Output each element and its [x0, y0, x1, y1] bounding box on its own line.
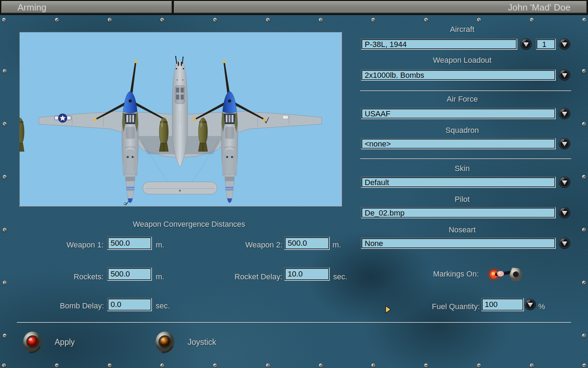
skin-label: Skin — [361, 164, 564, 173]
squadron-dropdown[interactable]: <none> — [361, 138, 556, 149]
weapon1-convergence-input[interactable] — [107, 237, 152, 250]
screw-icon — [319, 363, 323, 367]
weapon-loadout-dropdown[interactable]: 2x1000lb. Bombs — [361, 69, 556, 81]
screw-icon — [582, 175, 586, 179]
weapon2-unit: m. — [332, 240, 341, 250]
convergence-title: Weapon Convergence Distances — [84, 220, 294, 229]
apply-button[interactable]: Apply — [21, 330, 112, 353]
screw-icon — [266, 363, 270, 367]
markings-toggle-switch[interactable] — [485, 264, 524, 284]
squadron-label: Squadron — [361, 126, 564, 135]
screw-icon — [160, 363, 164, 367]
dropdown-arrow-icon — [524, 299, 536, 311]
pilot-label: Pilot — [361, 195, 564, 204]
screw-icon — [2, 18, 6, 22]
p38-aircraft-image — [20, 32, 341, 206]
rocket-delay-unit: sec. — [333, 272, 347, 281]
rocket-delay-input[interactable] — [284, 267, 330, 281]
aircraft-dropdown[interactable]: P-38L, 1944 — [361, 39, 517, 50]
air-force-arrow-button[interactable] — [559, 108, 570, 120]
skin-arrow-button[interactable] — [559, 176, 570, 188]
screw-icon — [477, 363, 481, 367]
weapon1-label: Weapon 1: — [34, 240, 104, 250]
screw-icon — [582, 18, 586, 22]
air-force-label: Air Force — [361, 95, 564, 104]
joystick-button-label: Joystick — [188, 338, 216, 347]
section-divider — [360, 90, 571, 91]
screw-icon — [424, 363, 428, 367]
fuel-quantity-label: Fuel Quantity: — [361, 302, 480, 311]
screw-icon — [55, 363, 59, 367]
screw-icon — [3, 122, 7, 126]
aircraft-label: Aircraft — [361, 25, 564, 34]
apply-button-icon — [21, 330, 44, 353]
screw-icon — [530, 363, 534, 367]
fuel-quantity-unit: % — [538, 302, 545, 311]
screw-icon — [213, 363, 217, 367]
screw-icon — [371, 18, 375, 22]
noseart-label: Noseart — [361, 225, 564, 234]
fuel-quantity-input[interactable] — [481, 298, 524, 311]
rockets-unit: m. — [156, 272, 164, 281]
noseart-arrow-button[interactable] — [559, 237, 570, 249]
screw-icon — [319, 18, 323, 22]
screw-icon — [160, 18, 164, 22]
weapon1-unit: m. — [156, 240, 164, 250]
weapon2-convergence-input[interactable] — [284, 237, 330, 250]
screw-icon — [3, 228, 7, 232]
rockets-convergence-input[interactable] — [107, 267, 152, 281]
dropdown-arrow-icon — [559, 38, 570, 50]
air-force-dropdown[interactable]: USAAF — [361, 108, 556, 119]
bomb-delay-label: Bomb Delay: — [34, 301, 104, 311]
section-divider — [360, 158, 571, 159]
markings-on-label: Markings On: — [361, 270, 479, 279]
screw-icon — [582, 363, 586, 367]
dropdown-arrow-icon — [559, 207, 570, 219]
screw-icon — [371, 363, 375, 367]
dropdown-arrow-icon — [559, 237, 570, 249]
rocket-delay-label: Rocket Delay: — [212, 272, 282, 281]
joystick-button[interactable]: Joystick — [153, 330, 244, 353]
screw-icon — [582, 334, 586, 338]
apply-button-label: Apply — [55, 338, 75, 347]
dropdown-arrow-icon — [559, 138, 570, 150]
skin-dropdown[interactable]: Default — [361, 177, 556, 188]
screw-icon — [3, 69, 7, 73]
pilot-arrow-button[interactable] — [559, 207, 570, 219]
screw-icon — [3, 281, 7, 285]
screw-icon — [3, 175, 7, 179]
screen-title-bar: Arming — [1, 1, 172, 13]
joystick-button-icon — [153, 330, 176, 353]
bomb-delay-input[interactable] — [107, 298, 152, 311]
page-title: Arming — [18, 2, 46, 13]
screw-icon — [424, 18, 428, 22]
aircraft-count-arrow-button[interactable] — [559, 38, 570, 50]
dropdown-arrow-icon — [559, 108, 570, 120]
screw-icon — [530, 18, 534, 22]
screw-icon — [582, 281, 586, 285]
weapon-loadout-label: Weapon Loadout — [361, 56, 564, 65]
screw-icon — [213, 18, 217, 22]
screw-icon — [2, 363, 6, 367]
screw-icon — [477, 18, 481, 22]
screw-icon — [266, 18, 270, 22]
aircraft-dropdown-arrow-button[interactable] — [520, 38, 532, 50]
aircraft-count-field[interactable]: 1 — [536, 39, 556, 50]
screw-icon — [582, 69, 586, 73]
weapon-loadout-arrow-button[interactable] — [559, 69, 570, 81]
fuel-quantity-arrow-button[interactable] — [524, 299, 536, 311]
screw-icon — [108, 18, 112, 22]
player-name-bar: John 'Mad' Doe — [174, 1, 587, 13]
squadron-arrow-button[interactable] — [559, 138, 570, 150]
footer-divider — [17, 322, 571, 323]
weapon2-label: Weapon 2: — [212, 240, 282, 250]
screw-icon — [582, 122, 586, 126]
screw-icon — [108, 363, 112, 367]
pilot-dropdown[interactable]: De_02.bmp — [361, 207, 556, 218]
aircraft-preview-panel — [19, 32, 342, 206]
screw-icon — [582, 228, 586, 232]
noseart-dropdown[interactable]: None — [361, 238, 556, 249]
arming-screen: Arming John 'Mad' Doe — [0, 0, 588, 368]
dropdown-arrow-icon — [559, 69, 570, 81]
dropdown-arrow-icon — [520, 38, 532, 50]
